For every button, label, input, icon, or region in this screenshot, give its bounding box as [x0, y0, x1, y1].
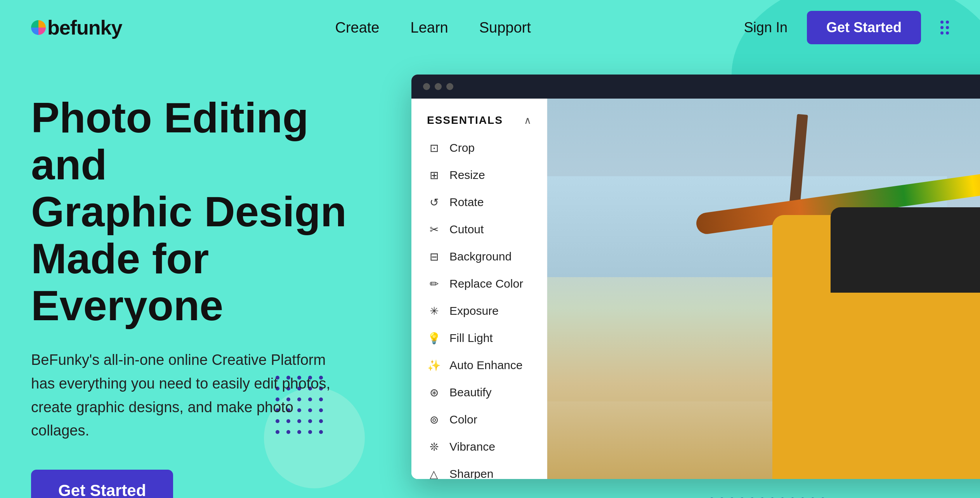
rotate-icon: ↺ [427, 196, 441, 209]
sidebar-section-header: ESSENTIALS ∧ [411, 110, 547, 134]
sidebar-item-replace-color[interactable]: ✏ Replace Color [411, 270, 547, 297]
nav-links: Create Learn Support [335, 19, 531, 36]
more-options-icon[interactable] [940, 21, 949, 35]
sidebar-item-resize[interactable]: ⊞ Resize [411, 161, 547, 189]
sidebar-item-fill-light[interactable]: 💡 Fill Light [411, 324, 547, 352]
window-control-dot-1 [423, 83, 430, 90]
chevron-up-icon[interactable]: ∧ [524, 115, 531, 127]
sharpen-icon: △ [427, 468, 441, 479]
sidebar-item-label-color: Color [449, 413, 477, 426]
sidebar-item-label-exposure: Exposure [449, 304, 499, 318]
app-content: ESSENTIALS ∧ ⊡ Crop ⊞ Resize ↺ Rotate [411, 99, 980, 479]
fill-light-icon: 💡 [427, 332, 441, 345]
app-mockup: ESSENTIALS ∧ ⊡ Crop ⊞ Resize ↺ Rotate [411, 75, 980, 479]
get-started-nav-button[interactable]: Get Started [807, 11, 921, 44]
hero-section: Photo Editing and Graphic Design Made fo… [0, 55, 980, 498]
auto-enhance-icon: ✨ [427, 359, 441, 372]
sidebar-item-beautify[interactable]: ⊛ Beautify [411, 379, 547, 406]
car-body [772, 215, 980, 479]
hero-title-line3: Made for Everyone [31, 234, 223, 329]
sidebar-item-color[interactable]: ⊚ Color [411, 406, 547, 433]
cutout-icon: ✂ [427, 223, 441, 236]
sidebar-item-label-resize: Resize [449, 168, 485, 182]
sidebar-item-label-background: Background [449, 250, 512, 263]
nav-create[interactable]: Create [335, 19, 379, 36]
sidebar-item-sharpen[interactable]: △ Sharpen [411, 460, 547, 479]
replace-color-icon: ✏ [427, 278, 441, 290]
sidebar-item-label-rotate: Rotate [449, 196, 484, 209]
beautify-icon: ⊛ [427, 386, 441, 399]
window-control-dot-2 [435, 83, 442, 90]
sidebar-item-label-replace-color: Replace Color [449, 277, 523, 290]
background-icon: ⊟ [427, 250, 441, 263]
beach-photo [547, 99, 980, 479]
brand-name: befunky [47, 16, 122, 39]
resize-icon: ⊞ [427, 169, 441, 182]
window-control-dot-3 [446, 83, 453, 90]
color-icon: ⊚ [427, 413, 441, 426]
window-titlebar [411, 75, 980, 99]
sidebar-item-label-beautify: Beautify [449, 386, 491, 399]
sidebar-item-exposure[interactable]: ✳ Exposure [411, 297, 547, 324]
hero-subtitle: BeFunky's all-in-one online Creative Pla… [31, 348, 342, 442]
logo-icon [31, 20, 46, 35]
hero-title-line1: Photo Editing and [31, 94, 309, 188]
sidebar-item-label-vibrance: Vibrance [449, 440, 495, 453]
sidebar-item-rotate[interactable]: ↺ Rotate [411, 189, 547, 216]
exposure-icon: ✳ [427, 305, 441, 318]
sidebar-item-crop[interactable]: ⊡ Crop [411, 134, 547, 161]
hero-cta-button[interactable]: Get Started [31, 470, 173, 498]
photo-canvas [547, 99, 980, 479]
navbar: befunky Create Learn Support Sign In Get… [0, 0, 980, 55]
hero-left-content: Photo Editing and Graphic Design Made fo… [31, 78, 380, 498]
nav-right: Sign In Get Started [744, 11, 949, 44]
hero-title: Photo Editing and Graphic Design Made fo… [31, 94, 380, 329]
nav-learn[interactable]: Learn [411, 19, 448, 36]
sidebar-item-label-cutout: Cutout [449, 223, 484, 236]
sidebar-item-cutout[interactable]: ✂ Cutout [411, 216, 547, 243]
sidebar-item-label-fill-light: Fill Light [449, 331, 493, 345]
car-roof [831, 207, 980, 293]
sidebar-item-auto-enhance[interactable]: ✨ Auto Enhance [411, 352, 547, 379]
hero-title-line2: Graphic Design [31, 187, 347, 235]
nav-support[interactable]: Support [479, 19, 531, 36]
sidebar: ESSENTIALS ∧ ⊡ Crop ⊞ Resize ↺ Rotate [411, 99, 547, 479]
sidebar-item-vibrance[interactable]: ❊ Vibrance [411, 433, 547, 460]
app-window: ESSENTIALS ∧ ⊡ Crop ⊞ Resize ↺ Rotate [411, 75, 980, 479]
logo[interactable]: befunky [31, 16, 122, 39]
sidebar-item-label-auto-enhance: Auto Enhance [449, 359, 522, 372]
sign-in-link[interactable]: Sign In [744, 19, 787, 36]
vibrance-icon: ❊ [427, 441, 441, 453]
sidebar-item-label-sharpen: Sharpen [449, 467, 493, 479]
sidebar-item-background[interactable]: ⊟ Background [411, 243, 547, 270]
sidebar-item-label-crop: Crop [449, 141, 475, 154]
crop-icon: ⊡ [427, 142, 441, 154]
sidebar-section-title: ESSENTIALS [427, 114, 503, 127]
